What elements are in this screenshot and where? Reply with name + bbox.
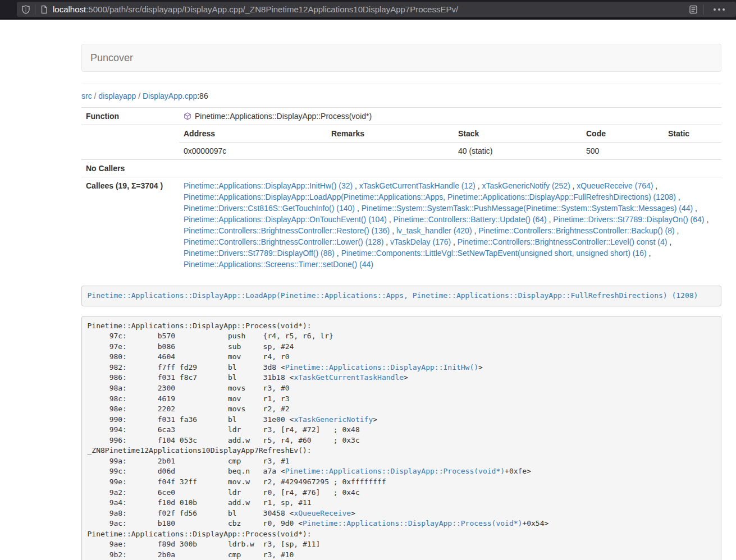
table-row: Function Pinetime::Applications::Display… <box>81 108 721 125</box>
callee-link[interactable]: Pinetime::System::SystemTask::PushMessag… <box>362 204 693 213</box>
disasm-text: Pinetime::Applications::DisplayApp::Proc… <box>88 530 312 538</box>
disasm-text: 98c: 4619 mov r1, r3 <box>88 394 290 403</box>
disasm-text: 98a: 2300 movs r3, #0 <box>88 384 290 392</box>
reader-mode-icon[interactable] <box>688 4 698 15</box>
callee-separator: , <box>676 192 680 201</box>
callee-separator: , <box>647 249 651 258</box>
shield-icon[interactable] <box>21 5 30 14</box>
toolbar-divider <box>703 4 703 15</box>
disasm-text: 986: f031 f8c7 bl 31b18 < <box>88 373 294 382</box>
stats-header-address: Address <box>179 125 327 143</box>
breadcrumb-line-number: :86 <box>197 91 208 100</box>
disasm-text: > <box>478 363 483 371</box>
disasm-symbol-link[interactable]: Pinetime::Applications::DisplayApp::Init… <box>285 363 478 371</box>
urlbar-divider <box>35 4 35 15</box>
callee-link[interactable]: Pinetime::Controllers::BrightnessControl… <box>458 237 667 246</box>
breadcrumb-separator: / <box>136 91 143 100</box>
stats-value: 0x0000097c <box>179 143 327 160</box>
disasm-text: 996: f104 053c add.w r5, r4, #60 ; 0x3c <box>88 436 360 444</box>
url-bar[interactable]: localhost:5000/path/src/displayapp/Displ… <box>17 2 736 17</box>
callee-link[interactable]: Pinetime::Applications::DisplayApp::OnTo… <box>184 215 387 224</box>
disasm-text: _ZN8Pinetime12Applications10DisplayApp7R… <box>88 446 312 455</box>
callee-link[interactable]: Pinetime::Drivers::St7789::DisplayOn() (… <box>553 215 704 224</box>
stats-header-code: Code <box>582 125 664 143</box>
callee-separator: , <box>472 226 479 235</box>
callee-link[interactable]: lv_task_handler (420) <box>396 226 472 235</box>
stats-value: 500 <box>582 143 664 160</box>
callee-link[interactable]: Pinetime::Drivers::St7789::DisplayOff() … <box>184 249 335 258</box>
disasm-symbol-link[interactable]: xTaskGetCurrentTaskHandle <box>294 373 404 382</box>
stats-header-stack: Stack <box>454 125 582 143</box>
callee-separator: , <box>547 215 554 224</box>
callee-separator: , <box>476 181 482 190</box>
browser-toolbar: localhost:5000/path/src/displayapp/Displ… <box>0 0 736 20</box>
url-path: :5000/path/src/displayapp/DisplayApp.cpp… <box>86 4 458 14</box>
breadcrumb: src / displayapp / DisplayApp.cpp:86 <box>81 90 721 102</box>
page: Puncover src / displayapp / DisplayApp.c… <box>0 20 736 560</box>
callee-link[interactable]: Pinetime::Applications::Screens::Timer::… <box>184 260 373 269</box>
navbar: Puncover <box>81 44 721 72</box>
stats-table: AddressRemarksStackCodeStatic 0x0000097c… <box>179 125 721 159</box>
brand-link[interactable]: Puncover <box>82 44 141 72</box>
table-row: No Callers <box>81 160 721 177</box>
callee-link[interactable]: Pinetime::Components::LittleVgl::SetNewT… <box>341 249 647 258</box>
breadcrumb-link[interactable]: src <box>81 91 92 100</box>
callee-link[interactable]: vTaskDelay (176) <box>390 237 451 246</box>
disasm-symbol-link[interactable]: Pinetime::Applications::DisplayApp::Proc… <box>285 467 505 475</box>
callee-separator: , <box>355 204 362 213</box>
disasm-text: > <box>404 373 408 382</box>
callee-link[interactable]: Pinetime::Controllers::Battery::Update()… <box>394 215 547 224</box>
callee-link[interactable]: xQueueReceive (764) <box>577 181 653 190</box>
divider-rule <box>81 84 721 84</box>
disasm-text: 98e: 2202 movs r2, #2 <box>88 405 290 413</box>
disasm-text: 982: f7ff fd29 bl 3d8 < <box>88 363 285 371</box>
callee-link[interactable]: Pinetime::Applications::DisplayApp::Init… <box>184 181 353 190</box>
stats-header-remarks: Remarks <box>327 125 454 143</box>
callee-separator: , <box>675 226 679 235</box>
url-text[interactable]: localhost:5000/path/src/displayapp/Displ… <box>53 4 688 14</box>
disasm-text: > <box>351 509 355 517</box>
disasm-text: 97e: b086 sub sp, #24 <box>88 342 294 351</box>
callee-separator: , <box>705 215 709 224</box>
callees-list: Pinetime::Applications::DisplayApp::Init… <box>179 177 721 273</box>
loadapp-banner-link[interactable]: Pinetime::Applications::DisplayApp::Load… <box>88 291 698 300</box>
callee-separator: , <box>667 237 671 246</box>
breadcrumb-link[interactable]: DisplayApp.cpp <box>143 91 197 100</box>
disasm-text: 990: f031 fa36 bl 31e00 < <box>88 415 294 424</box>
callee-link[interactable]: xTaskGenericNotify (252) <box>482 181 570 190</box>
callee-link[interactable]: Pinetime::Controllers::BrightnessControl… <box>184 237 383 246</box>
callee-link[interactable]: Pinetime::Drivers::Cst816S::GetTouchInfo… <box>184 204 355 213</box>
disasm-text: 9b2: 2b0a cmp r3, #10 <box>88 550 294 559</box>
function-row-label: Function <box>81 108 179 125</box>
callee-separator: , <box>383 237 390 246</box>
callee-link[interactable]: xTaskGetCurrentTaskHandle (12) <box>359 181 476 190</box>
callees-label: Callees (19, Σ=3704 ) <box>81 177 179 273</box>
callee-separator: , <box>570 181 577 190</box>
disasm-text: > <box>373 415 377 424</box>
stats-value: 40 (static) <box>454 143 582 160</box>
table-row: AddressRemarksStackCodeStatic 0x0000097c… <box>81 125 721 160</box>
callee-separator: , <box>335 249 341 258</box>
callee-separator: , <box>390 226 396 235</box>
symbol-cube-icon <box>184 112 191 120</box>
callee-link[interactable]: Pinetime::Controllers::BrightnessControl… <box>184 226 390 235</box>
page-icon[interactable] <box>40 5 48 14</box>
disasm-text: 9ac: b180 cbz r0, 9d0 < <box>88 519 303 527</box>
disasm-symbol-link[interactable]: Pinetime::Applications::DisplayApp::Proc… <box>303 519 522 527</box>
menu-icon[interactable] <box>708 8 732 11</box>
table-row: Callees (19, Σ=3704 ) Pinetime::Applicat… <box>81 177 721 273</box>
breadcrumb-link[interactable]: displayapp <box>98 91 136 100</box>
callee-link[interactable]: Pinetime::Applications::DisplayApp::Load… <box>184 192 676 201</box>
callee-separator: , <box>387 215 394 224</box>
disasm-text: 99c: d06d beq.n a7a < <box>88 467 285 475</box>
function-info-table: Function Pinetime::Applications::Display… <box>81 107 721 273</box>
breadcrumb-separator: / <box>92 91 99 100</box>
callee-link[interactable]: Pinetime::Controllers::BrightnessControl… <box>478 226 674 235</box>
disasm-symbol-link[interactable]: xTaskGenericNotify <box>294 415 373 424</box>
callee-separator: , <box>353 181 359 190</box>
disasm-symbol-link[interactable]: xQueueReceive <box>294 509 351 517</box>
disasm-text: +0x54> <box>522 519 548 527</box>
callee-separator: , <box>693 204 697 213</box>
stats-value <box>664 143 721 160</box>
disasm-text: 9a8: f02f fd56 bl 30458 < <box>88 509 294 517</box>
